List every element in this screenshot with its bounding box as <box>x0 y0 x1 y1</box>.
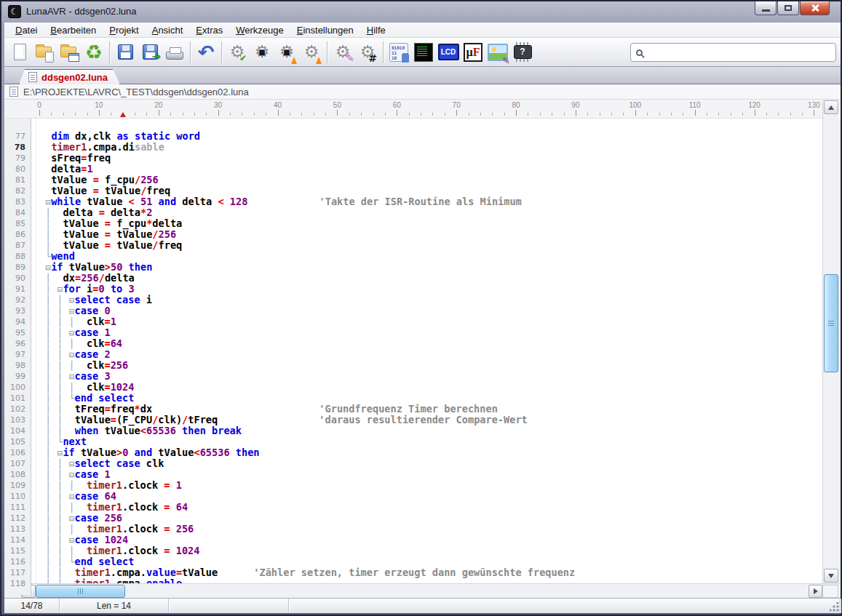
fold-marker-icon[interactable]: │ <box>45 361 51 372</box>
code-line[interactable]: │ │ │ clk=64 <box>39 338 822 349</box>
fold-marker-icon[interactable]: │ <box>45 524 51 535</box>
code-line[interactable]: │ tValue = f_cpu*delta <box>39 218 822 229</box>
line-number[interactable]: 101 <box>4 393 31 404</box>
horizontal-scroll-thumb[interactable] <box>36 585 125 598</box>
undo-button[interactable]: ↶ <box>194 39 218 65</box>
fold-marker-icon[interactable]: │ <box>45 557 51 568</box>
maximize-button[interactable] <box>777 1 799 15</box>
code-line[interactable]: │ │ │ timer1.clock = 1024 <box>39 545 822 556</box>
code-line[interactable]: │ │ │ timer1.clock = 64 <box>39 502 822 513</box>
line-number[interactable]: 110 <box>4 491 31 502</box>
fold-marker-icon[interactable]: ⊟ <box>69 535 75 546</box>
code-line[interactable]: │ │ ⊟case 0 <box>39 305 822 316</box>
menu-datei[interactable]: Datei <box>9 23 44 37</box>
compile-button[interactable]: ⚙✔ <box>225 39 250 65</box>
fold-marker-icon[interactable]: │ <box>45 415 51 426</box>
code-line[interactable]: │ │ when tValue<65536 then break <box>39 425 822 436</box>
line-number[interactable]: 78 <box>4 142 31 153</box>
code-line[interactable]: │ tValue = tValue/freq <box>39 240 822 251</box>
code-line[interactable]: tValue = f_cpu/256 <box>39 175 822 185</box>
fold-marker-icon[interactable]: ⊟ <box>69 459 75 470</box>
open-project-button[interactable] <box>57 39 82 65</box>
print-button[interactable] <box>162 39 187 65</box>
fold-marker-icon[interactable]: │ <box>45 426 51 437</box>
code-line[interactable]: │ ⊟if tValue>0 and tValue<65536 then <box>39 447 822 458</box>
new-file-button[interactable] <box>7 39 32 65</box>
fold-marker-icon[interactable]: │ <box>45 568 51 579</box>
fold-marker-icon[interactable]: │ <box>45 208 51 219</box>
reload-button[interactable]: ♻ <box>82 39 106 65</box>
line-number[interactable]: 109 <box>4 480 31 491</box>
search-box[interactable] <box>630 43 836 62</box>
fold-marker-icon[interactable]: │ <box>45 372 51 383</box>
line-number[interactable]: 84 <box>4 207 31 218</box>
fold-marker-icon[interactable]: ⊟ <box>69 513 75 524</box>
fold-marker-icon[interactable]: └ <box>45 252 51 263</box>
menu-bearbeiten[interactable]: Bearbeiten <box>44 23 103 37</box>
uf-tool-button[interactable]: µF <box>461 39 485 65</box>
open-file-button[interactable] <box>32 39 57 65</box>
line-number[interactable]: 83 <box>4 196 31 207</box>
line-number[interactable]: 95 <box>4 327 31 338</box>
code-line[interactable]: └wend <box>39 251 822 262</box>
line-number[interactable]: 82 <box>4 185 31 196</box>
assembler-view-button[interactable]: 010101110 <box>386 39 411 65</box>
code-line[interactable]: sFreq=freq <box>39 153 822 164</box>
code-line[interactable]: │ │ timer1.cmpa.value=tValue 'Zähler set… <box>39 567 822 578</box>
line-number[interactable]: 108 <box>4 469 31 480</box>
line-number[interactable]: 100 <box>4 382 31 393</box>
menu-projekt[interactable]: Projekt <box>103 23 145 37</box>
line-number[interactable]: 118 <box>4 578 31 589</box>
fold-marker-icon[interactable]: │ <box>45 459 51 470</box>
code-line[interactable]: │ │ │ timer1.clock = 256 <box>39 524 822 535</box>
line-number[interactable]: 90 <box>4 273 31 284</box>
code-line[interactable]: │ │ tValue=(F_CPU/clk)/tFreq 'daraus res… <box>39 415 822 425</box>
line-number[interactable]: 85 <box>4 218 31 229</box>
resize-grip[interactable] <box>830 602 839 612</box>
code-line[interactable]: │ ⊟for i=0 to 3 <box>39 284 822 295</box>
fold-marker-icon[interactable]: │ <box>45 317 51 328</box>
code-line[interactable]: │ │ ⊟case 256 <box>39 513 822 524</box>
fold-marker-icon[interactable]: │ <box>45 328 51 339</box>
line-number[interactable]: 99 <box>4 371 31 382</box>
line-number[interactable]: 79 <box>4 153 31 164</box>
line-number[interactable]: 98 <box>4 360 31 371</box>
fold-marker-icon[interactable]: │ <box>45 546 51 557</box>
code-line[interactable]: │ │ tFreq=freq*dx 'Grundfrequenz Timer b… <box>39 404 822 415</box>
fold-marker-icon[interactable]: │ <box>69 383 75 393</box>
code-line[interactable]: │ │ ⊟select case i <box>39 295 822 305</box>
scroll-down-button[interactable] <box>824 569 838 583</box>
line-number[interactable]: 113 <box>4 524 31 535</box>
line-number[interactable]: 115 <box>4 545 31 556</box>
line-number-gutter[interactable]: 7778798081828384858687888990919293949596… <box>4 119 31 595</box>
fold-marker-icon[interactable]: │ <box>69 339 75 350</box>
scroll-up-button[interactable] <box>824 100 838 114</box>
menu-werkzeuge[interactable]: Werkzeuge <box>229 23 290 37</box>
save-button[interactable] <box>113 39 138 65</box>
code-line[interactable]: │ tValue = tValue/256 <box>39 229 822 240</box>
code-line[interactable]: │ │ ⊟case 1 <box>39 327 822 338</box>
code-line[interactable]: │ │ │ timer1.clock = 1 <box>39 480 822 491</box>
settings-edit-button[interactable]: ⚙✎ <box>330 39 355 65</box>
fold-marker-icon[interactable]: │ <box>45 503 51 513</box>
code-line[interactable]: │ │ ⊟case 64 <box>39 491 822 502</box>
code-line[interactable]: │ │ └end select <box>39 556 822 567</box>
line-number[interactable]: 111 <box>4 502 31 513</box>
line-number[interactable]: 93 <box>4 305 31 316</box>
line-number[interactable]: 103 <box>4 415 31 425</box>
fold-marker-icon[interactable]: ⊟ <box>69 350 75 361</box>
tab-ddsgen02[interactable]: ddsgen02.luna <box>19 69 120 84</box>
fold-marker-icon[interactable]: │ <box>45 404 51 415</box>
fold-marker-icon[interactable]: │ <box>45 470 51 481</box>
save-as-button[interactable]: → <box>138 39 162 65</box>
line-number[interactable]: 91 <box>4 284 31 295</box>
line-number[interactable]: 102 <box>4 404 31 415</box>
title-bar[interactable]: ☾ LunaAVR - ddsgen02.luna <box>1 1 841 21</box>
code-line[interactable]: │ │ ⊟case 1 <box>39 469 822 480</box>
fold-marker-icon[interactable]: │ <box>45 295 51 306</box>
code-line[interactable]: delta=1 <box>39 164 822 175</box>
fold-marker-icon[interactable]: │ <box>45 350 51 361</box>
fold-marker-icon[interactable]: ⊟ <box>45 197 51 208</box>
fold-marker-icon[interactable]: │ <box>69 524 75 535</box>
code-line[interactable]: │ │ │ clk=1 <box>39 316 822 327</box>
